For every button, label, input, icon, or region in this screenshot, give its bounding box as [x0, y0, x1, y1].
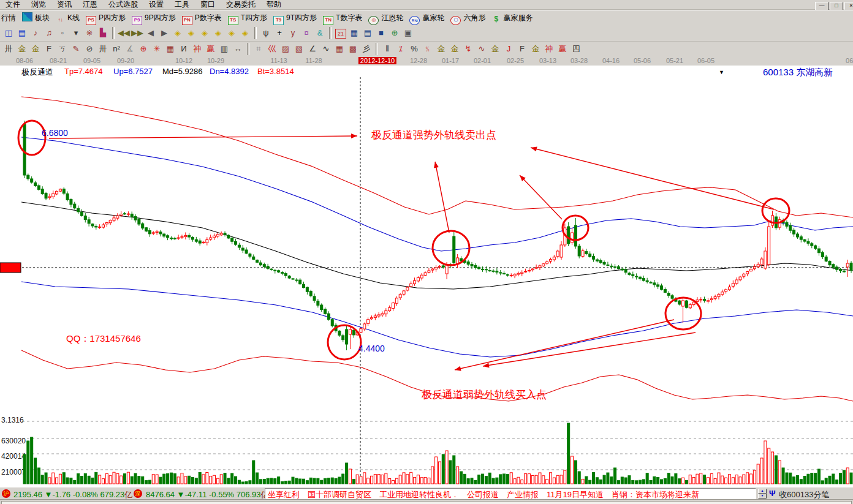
tool-icon-0[interactable]: ◫	[2, 27, 15, 39]
tool-icon-2[interactable]: ♪	[29, 27, 42, 39]
draw-icon-35[interactable]: ↯	[462, 43, 474, 55]
tool-icon-16[interactable]: ◈	[212, 27, 224, 39]
tool-icon-29[interactable]: ■	[375, 27, 387, 39]
draw-icon-16[interactable]: ▥	[218, 43, 230, 55]
draw-icon-22[interactable]: ▧	[293, 43, 305, 55]
draw-icon-0[interactable]: 卅	[2, 43, 15, 55]
chart-canvas[interactable]: 3.13166300204200142100076.68004.4400极反通道…	[0, 66, 853, 487]
draw-icon-1[interactable]: 金	[16, 43, 28, 55]
draw-icon-4[interactable]: ㄎ	[56, 43, 69, 55]
tool-icon-31[interactable]: ▣	[402, 27, 414, 39]
toolbar-button-11[interactable]: ⬡六角形	[450, 10, 485, 26]
draw-icon-40[interactable]: 金	[529, 43, 542, 55]
tool-icon-12[interactable]: ▶	[158, 27, 170, 39]
draw-icon-21[interactable]: ▨	[279, 43, 292, 55]
menu-item-2[interactable]: 资讯	[51, 0, 77, 9]
menu-item-6[interactable]: 工具	[169, 0, 195, 9]
toolbar-button-9[interactable]: ◎江恩轮	[368, 10, 403, 26]
tool-icon-3[interactable]: ♫	[43, 27, 55, 39]
tool-icon-9[interactable]: ◀◀	[118, 27, 130, 39]
draw-icon-29[interactable]: ⦀	[381, 43, 393, 55]
spin-down-button[interactable]: ▼	[758, 494, 767, 498]
toolbar-button-1[interactable]: 板块	[22, 10, 50, 26]
draw-icon-15[interactable]: 赢	[205, 43, 217, 55]
draw-icon-32[interactable]: ﹪	[422, 43, 434, 55]
ticker-spinner[interactable]: ▲ ▼	[758, 489, 767, 498]
tool-icon-21[interactable]: +	[273, 27, 286, 39]
draw-icon-13[interactable]: И	[178, 43, 190, 55]
draw-icon-3[interactable]: F	[43, 43, 55, 55]
toolbar-button-0[interactable]: 行情	[1, 10, 16, 26]
draw-icon-8[interactable]: n²	[110, 43, 123, 55]
menu-item-0[interactable]: 文件	[0, 0, 26, 9]
draw-icon-19[interactable]: ⌗	[252, 43, 265, 55]
tool-icon-23[interactable]: ¤	[300, 27, 313, 39]
tool-icon-11[interactable]: ◀	[145, 27, 157, 39]
toolbar-button-4[interactable]: P99P四方形	[132, 10, 176, 26]
tool-icon-13[interactable]: ◈	[172, 27, 184, 39]
draw-icon-6[interactable]: ⊘	[83, 43, 96, 55]
draw-icon-2[interactable]: 金	[29, 43, 42, 55]
draw-icon-9[interactable]: ∡	[124, 43, 136, 55]
draw-icon-41[interactable]: 神	[543, 43, 555, 55]
tool-icon-28[interactable]: ▤	[362, 27, 374, 39]
toolbar-button-8[interactable]: TNT数字表	[323, 10, 362, 26]
menu-item-5[interactable]: 设置	[143, 0, 169, 9]
draw-icon-7[interactable]: 卅	[97, 43, 109, 55]
tool-icon-22[interactable]: y	[287, 27, 299, 39]
draw-icon-43[interactable]: 四	[570, 43, 582, 55]
draw-icon-11[interactable]: ✳	[151, 43, 163, 55]
menu-item-9[interactable]: 帮助	[261, 0, 287, 9]
toolbar-button-10[interactable]: Big赢家轮	[409, 10, 444, 26]
tool-icon-15[interactable]: ◈	[199, 27, 211, 39]
menu-item-8[interactable]: 交易委托	[221, 0, 261, 9]
draw-icon-23[interactable]: ∠	[306, 43, 319, 55]
draw-icon-39[interactable]: F	[516, 43, 528, 55]
draw-icon-12[interactable]: ▦	[164, 43, 176, 55]
tool-icon-24[interactable]: &	[314, 27, 326, 39]
toolbar-button-6[interactable]: TST四方形	[228, 10, 267, 26]
tool-icon-1[interactable]: ▤	[16, 27, 28, 39]
tool-icon-27[interactable]: ▦	[348, 27, 360, 39]
draw-icon-30[interactable]: ⁒	[395, 43, 407, 55]
draw-icon-37[interactable]: 金	[489, 43, 501, 55]
tool-icon-4[interactable]: ◦	[56, 27, 69, 39]
news-ticker[interactable]: 坐享红利 国十部调研自贸区 工业用地迎转性良机． 公司报道 产业情报 11月19…	[265, 488, 756, 500]
tool-icon-6[interactable]: ※	[83, 27, 96, 39]
tool-icon-10[interactable]: ▶▶	[131, 27, 143, 39]
draw-icon-26[interactable]: ▩	[347, 43, 359, 55]
draw-icon-14[interactable]: 神	[191, 43, 203, 55]
draw-icon-10[interactable]: ⊕	[137, 43, 150, 55]
toolbar-button-7[interactable]: T99T四方形	[273, 10, 317, 26]
menu-item-7[interactable]: 窗口	[195, 0, 221, 9]
draw-icon-25[interactable]: ▦	[333, 43, 346, 55]
chart-area[interactable]: 极反通道 Tp=7.4674Up=6.7527Md=5.9286Dn=4.839…	[0, 66, 853, 487]
toolbar-button-3[interactable]: PSP四方形	[86, 10, 126, 26]
tool-icon-26[interactable]: 21	[335, 29, 346, 39]
tool-icon-17[interactable]: ◈	[226, 27, 238, 39]
draw-icon-36[interactable]: ∿	[476, 43, 488, 55]
menu-item-3[interactable]: 江恩	[77, 0, 103, 9]
draw-icon-33[interactable]: 金	[435, 43, 447, 55]
menu-item-4[interactable]: 公式选股	[103, 0, 143, 9]
tool-icon-20[interactable]: ψ	[260, 27, 272, 39]
draw-icon-27[interactable]: 彡	[360, 43, 373, 55]
tool-icon-18[interactable]: ◈	[239, 27, 251, 39]
tool-icon-14[interactable]: ◈	[185, 27, 197, 39]
draw-icon-38[interactable]: J	[502, 43, 515, 55]
menu-item-1[interactable]: 浏览	[26, 0, 51, 9]
tool-icon-30[interactable]: ⊕	[389, 27, 401, 39]
draw-icon-42[interactable]: 赢	[556, 43, 569, 55]
tool-icon-5[interactable]: ▾	[70, 27, 82, 39]
draw-icon-20[interactable]: 巛	[266, 43, 278, 55]
spin-up-button[interactable]: ▲	[758, 489, 767, 494]
draw-icon-31[interactable]: %	[408, 43, 420, 55]
toolbar-button-2[interactable]: ↑↓K线	[56, 10, 80, 26]
draw-icon-34[interactable]: 金	[449, 43, 461, 55]
tool-icon-7[interactable]: ▙	[97, 27, 109, 39]
draw-icon-17[interactable]: ↔	[232, 43, 244, 55]
toolbar-button-5[interactable]: PNP数字表	[182, 10, 222, 26]
toolbar-button-12[interactable]: $赢家服务	[491, 10, 533, 26]
draw-icon-24[interactable]: ∿	[320, 43, 332, 55]
draw-icon-5[interactable]: ✎	[70, 43, 82, 55]
